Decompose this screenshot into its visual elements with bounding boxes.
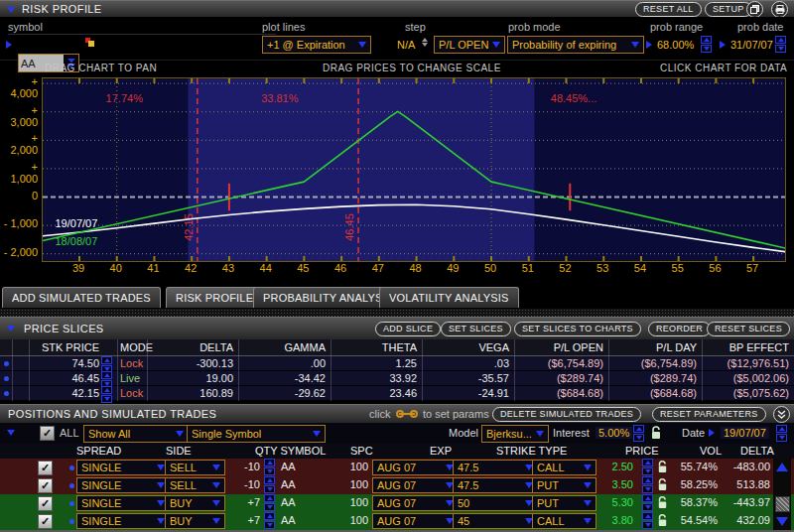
strike-dropdown[interactable]: 45 xyxy=(453,513,538,529)
vega-value: .03 xyxy=(425,357,509,369)
row-indicator-dot xyxy=(69,519,74,524)
scroll-down-icon[interactable] xyxy=(776,517,788,526)
svg-text:33.81%: 33.81% xyxy=(261,92,299,104)
triangle-right-icon xyxy=(720,41,726,49)
copy-button[interactable] xyxy=(746,1,763,18)
print-button[interactable] xyxy=(771,1,788,18)
col-qty-symbol: QTY SYMBOL xyxy=(255,445,326,457)
exp-dropdown[interactable]: AUG 07 xyxy=(372,495,459,511)
interest-value[interactable]: 5.00% xyxy=(596,427,632,439)
spread-dropdown[interactable]: SINGLE xyxy=(76,460,170,475)
type-dropdown[interactable]: PUT xyxy=(532,495,596,511)
positions-scrollbar[interactable] xyxy=(773,459,791,530)
reset-slices-button[interactable]: RESET SLICES xyxy=(707,322,790,336)
prob-mode-value: Probability of expiring xyxy=(512,39,616,51)
set-slices-to-charts-button[interactable]: SET SLICES TO CHARTS xyxy=(514,322,641,336)
strike-dropdown[interactable]: 50 xyxy=(453,495,538,511)
exp-dropdown[interactable]: AUG 07 xyxy=(372,513,459,529)
risk-profile-chart[interactable]: 42.1546.4517.74%33.81%48.45%...19/07/071… xyxy=(42,77,786,262)
row-checkbox[interactable] xyxy=(38,514,53,529)
symbol-value: AA xyxy=(281,478,296,490)
prob-date-value: 31/07/07 xyxy=(730,39,773,51)
price-stepper[interactable] xyxy=(642,459,653,476)
mode-value[interactable]: Live xyxy=(120,372,140,384)
model-dropdown[interactable]: Bjerksu... xyxy=(481,425,549,443)
spread-dropdown[interactable]: SINGLE xyxy=(76,513,170,529)
scope-dropdown[interactable]: Single Symbol xyxy=(187,425,326,443)
link-color-icon[interactable] xyxy=(85,38,95,48)
positions-date-value[interactable]: 19/07/07 xyxy=(721,427,769,439)
exp-dropdown-value: AUG 07 xyxy=(377,497,416,509)
all-checkbox[interactable] xyxy=(40,426,55,441)
reset-all-button[interactable]: RESET ALL xyxy=(635,2,702,17)
exp-dropdown[interactable]: AUG 07 xyxy=(372,477,459,493)
delete-simulated-trades-button[interactable]: DELETE SIMULATED TRADES xyxy=(492,407,641,422)
unlock-icon[interactable] xyxy=(657,513,668,528)
type-dropdown[interactable]: PUT xyxy=(532,477,596,493)
strike-dropdown-value: 47.5 xyxy=(458,462,478,473)
unlock-icon[interactable] xyxy=(650,425,662,441)
plot-lines-dropdown[interactable]: +1 @ Expiration xyxy=(262,36,371,54)
reorder-button[interactable]: REORDER xyxy=(648,322,711,336)
price-stepper[interactable] xyxy=(642,476,653,494)
chevron-down-icon xyxy=(584,482,592,488)
filter-dropdown[interactable]: Show All xyxy=(83,425,189,443)
setup-button[interactable]: SETUP xyxy=(705,2,752,17)
stepper-up-icon xyxy=(704,38,710,42)
type-dropdown[interactable]: CALL xyxy=(532,460,596,475)
price-stepper[interactable] xyxy=(642,512,653,530)
strike-dropdown[interactable]: 47.5 xyxy=(453,460,538,475)
tab-volatility-analysis[interactable]: VOLATILITY ANALYSIS xyxy=(379,287,519,308)
tab-risk-profile[interactable]: RISK PROFILE xyxy=(166,287,263,308)
slice-price-stepper[interactable] xyxy=(101,386,112,404)
date-stepper[interactable] xyxy=(776,425,787,443)
qty-stepper[interactable] xyxy=(264,512,275,530)
chevron-down-icon xyxy=(313,431,321,437)
collapse-section-button[interactable] xyxy=(773,406,790,423)
pl-mode-dropdown[interactable]: P/L OPEN xyxy=(434,36,505,54)
unlock-icon[interactable] xyxy=(657,460,668,474)
chart-hint-data: CLICK CHART FOR DATA xyxy=(660,63,787,73)
row-checkbox[interactable] xyxy=(38,461,53,475)
scrollbar-thumb[interactable] xyxy=(775,496,790,512)
strike-dropdown-value: 47.5 xyxy=(458,479,478,491)
slice-indicator-dot xyxy=(4,361,9,366)
mode-value[interactable]: Lock xyxy=(120,387,143,399)
prob-date-stepper[interactable] xyxy=(775,36,786,54)
spread-dropdown[interactable]: SINGLE xyxy=(76,495,170,511)
step-stepper[interactable] xyxy=(422,37,430,48)
collapse-triangle-icon[interactable] xyxy=(7,7,15,13)
params-icon[interactable] xyxy=(396,409,418,419)
prob-range-stepper[interactable] xyxy=(701,36,712,54)
unlock-icon[interactable] xyxy=(657,495,668,510)
scroll-up-icon[interactable] xyxy=(776,463,788,471)
col-vega: VEGA xyxy=(425,341,509,353)
row-checkbox[interactable] xyxy=(38,478,53,493)
interest-stepper[interactable] xyxy=(633,425,644,443)
collapse-triangle-icon[interactable] xyxy=(7,430,15,436)
side-dropdown[interactable]: SELL xyxy=(165,477,225,493)
side-dropdown[interactable]: BUY xyxy=(165,513,225,529)
unlock-icon[interactable] xyxy=(657,477,668,492)
spread-dropdown-value: SINGLE xyxy=(81,515,121,527)
exp-dropdown[interactable]: AUG 07 xyxy=(372,460,459,475)
add-slice-button[interactable]: ADD SLICE xyxy=(375,322,441,336)
qty-stepper[interactable] xyxy=(264,459,275,476)
tab-add-simulated-trades[interactable]: ADD SIMULATED TRADES xyxy=(2,287,161,308)
side-dropdown[interactable]: SELL xyxy=(165,460,225,475)
reset-parameters-button[interactable]: RESET PARAMETERS xyxy=(652,407,766,422)
price-stepper[interactable] xyxy=(642,494,653,512)
type-dropdown[interactable]: CALL xyxy=(532,513,596,529)
chevron-down-icon xyxy=(492,42,500,48)
side-dropdown[interactable]: BUY xyxy=(165,495,225,511)
qty-stepper[interactable] xyxy=(264,476,275,494)
mode-value[interactable]: Lock xyxy=(120,357,143,369)
spread-dropdown[interactable]: SINGLE xyxy=(76,477,170,493)
set-slices-button[interactable]: SET SLICES xyxy=(441,322,511,336)
row-checkbox[interactable] xyxy=(38,496,53,511)
strike-dropdown[interactable]: 47.5 xyxy=(453,477,538,493)
symbol-value: AA xyxy=(281,461,296,472)
qty-stepper[interactable] xyxy=(264,494,275,512)
collapse-triangle-icon[interactable] xyxy=(7,326,15,332)
prob-mode-dropdown[interactable]: Probability of expiring xyxy=(507,36,644,54)
